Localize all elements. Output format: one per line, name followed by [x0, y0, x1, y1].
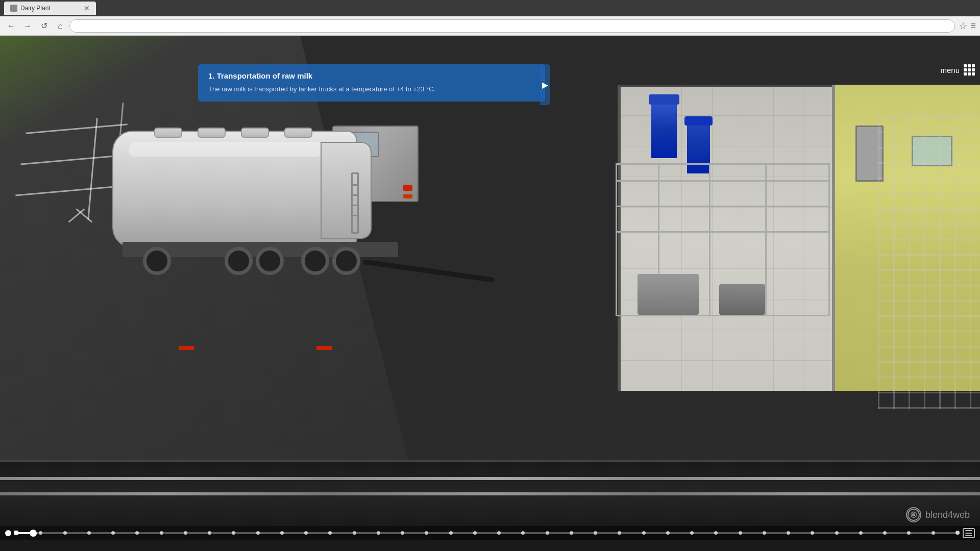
grid-dot	[964, 64, 967, 67]
forward-button[interactable]: →	[20, 19, 35, 33]
timeline-dot[interactable]	[618, 531, 621, 535]
timeline-dot[interactable]	[666, 531, 670, 535]
bookmark-icon[interactable]: ☆	[959, 20, 967, 32]
back-button[interactable]: ←	[4, 19, 18, 33]
machine-base	[638, 274, 699, 315]
wheel-front-1	[143, 247, 171, 275]
timeline-dot[interactable]	[63, 531, 67, 535]
tab-title: Dairy Plant	[20, 5, 51, 12]
timeline-start-dot[interactable]	[5, 530, 11, 536]
timeline-track[interactable]	[14, 532, 960, 534]
tank-body	[112, 131, 357, 248]
timeline-dot[interactable]	[184, 531, 187, 535]
grid-dot	[964, 68, 967, 71]
grid-dot	[972, 68, 975, 71]
tab-bar: Dairy Plant ✕	[0, 0, 980, 16]
timeline-dot[interactable]	[787, 531, 790, 535]
timeline-dot[interactable]	[739, 531, 742, 535]
timeline-dot[interactable]	[377, 531, 380, 535]
grid-dot	[972, 64, 975, 67]
timeline-dot[interactable]	[208, 531, 211, 535]
address-bar[interactable]	[69, 19, 955, 33]
ladder-rung	[351, 205, 359, 206]
list-line	[965, 533, 972, 534]
timeline-dot[interactable]	[714, 531, 718, 535]
parking-arrow	[76, 208, 93, 222]
milk-hose	[363, 259, 495, 283]
timeline-dot[interactable]	[835, 531, 839, 535]
timeline-dot[interactable]	[280, 531, 284, 535]
timeline-dot[interactable]	[763, 531, 766, 535]
timeline-dot[interactable]	[955, 531, 960, 535]
info-next-button[interactable]: ▶	[540, 64, 550, 105]
grid-dot	[964, 72, 967, 76]
browser-tab[interactable]: Dairy Plant ✕	[4, 2, 96, 15]
timeline-dot[interactable]	[497, 531, 501, 535]
grid-dot	[968, 64, 971, 67]
timeline-dot[interactable]	[570, 531, 573, 535]
metal-strip	[0, 477, 980, 480]
truck-wheel-group-rear	[225, 247, 284, 275]
ladder-rung	[351, 215, 359, 216]
timeline-dot[interactable]	[328, 531, 332, 535]
timeline-dot[interactable]	[353, 531, 356, 535]
truck-wheel-group-rear2	[301, 247, 360, 275]
shelving-rack	[878, 113, 980, 409]
tank-ladder	[351, 172, 359, 234]
timeline-dot[interactable]	[232, 531, 235, 535]
timeline-dot[interactable]	[932, 531, 935, 535]
timeline-dot[interactable]	[811, 531, 814, 535]
tab-favicon	[10, 5, 17, 12]
equipment-frame	[616, 163, 830, 316]
watermark-text: blend4web	[925, 510, 970, 520]
nav-bar: ← → ↺ ⌂ ☆ ≡	[0, 16, 980, 36]
info-panel: 1. Transportation of raw milk The raw mi…	[198, 64, 545, 102]
wheel-rear-3	[301, 247, 329, 275]
pump-head	[649, 94, 679, 105]
timeline-dot[interactable]	[473, 531, 477, 535]
watermark: blend4web	[906, 507, 970, 522]
list-line	[965, 535, 972, 536]
browser-menu-icon[interactable]: ≡	[970, 20, 976, 31]
timeline-dots-container	[14, 531, 960, 535]
menu-button[interactable]: menu	[940, 64, 975, 76]
timeline-dot[interactable]	[87, 531, 91, 535]
grid-dot	[972, 72, 975, 76]
tank-hatch-2	[198, 128, 226, 138]
wheel-rear-1	[225, 247, 253, 275]
reload-button[interactable]: ↺	[37, 19, 51, 33]
tab-close-button[interactable]: ✕	[84, 4, 90, 12]
timeline-dot[interactable]	[546, 531, 549, 535]
timeline-dot[interactable]	[859, 531, 863, 535]
timeline-dot[interactable]	[642, 531, 646, 535]
truck-wheel-group-front	[143, 247, 171, 275]
frame-bar	[617, 231, 828, 233]
timeline-dot[interactable]	[39, 531, 42, 535]
tank-hatch-4	[284, 128, 312, 138]
nav-right-controls: ☆ ≡	[959, 20, 976, 32]
timeline-dot[interactable]	[14, 531, 18, 535]
timeline-dot[interactable]	[907, 531, 911, 535]
home-button[interactable]: ⌂	[53, 19, 67, 33]
timeline-dot[interactable]	[594, 531, 597, 535]
wheel-rear-4	[332, 247, 360, 275]
grid-dot	[968, 68, 971, 71]
timeline-dot[interactable]	[401, 531, 404, 535]
timeline-dot[interactable]	[690, 531, 694, 535]
timeline-list-button[interactable]	[963, 528, 975, 538]
tanker-truck	[112, 115, 439, 360]
timeline-dot[interactable]	[449, 531, 453, 535]
timeline-dot[interactable]	[111, 531, 115, 535]
tank-highlight	[129, 142, 323, 157]
building-interior-floor	[618, 85, 832, 391]
info-title: 1. Transportation of raw milk	[208, 71, 535, 80]
timeline-dot[interactable]	[304, 531, 308, 535]
timeline-dot[interactable]	[883, 531, 887, 535]
timeline-dot[interactable]	[256, 531, 260, 535]
timeline-dot[interactable]	[135, 531, 139, 535]
timeline-dot[interactable]	[521, 531, 525, 535]
pump-head-2	[684, 116, 713, 126]
timeline-dot[interactable]	[425, 531, 428, 535]
menu-label: menu	[940, 66, 960, 74]
timeline-dot[interactable]	[160, 531, 163, 535]
